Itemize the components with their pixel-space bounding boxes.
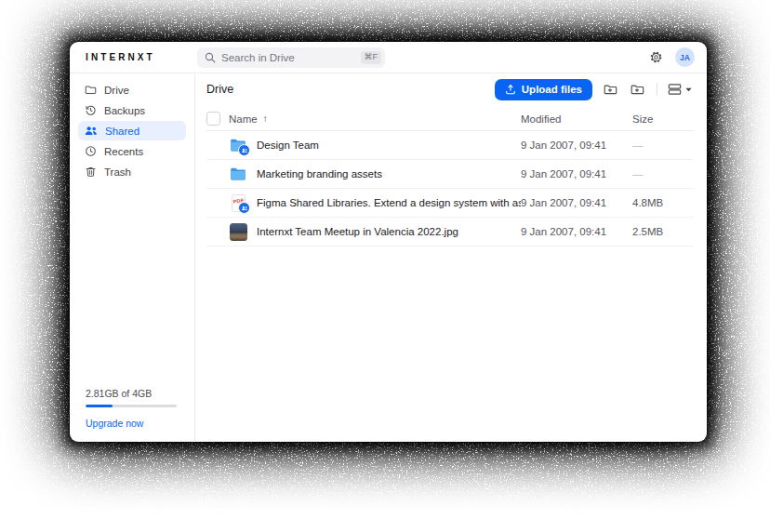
image-thumbnail bbox=[229, 222, 247, 241]
folder-plus-icon bbox=[630, 83, 644, 96]
avatar[interactable]: JA bbox=[675, 47, 695, 67]
pdf-file-icon: PDF bbox=[229, 193, 247, 212]
backup-restore-icon bbox=[85, 104, 97, 116]
search-icon bbox=[205, 52, 216, 63]
sidebar-item-recents[interactable]: Recents bbox=[78, 141, 186, 161]
sidebar-item-label: Trash bbox=[104, 166, 131, 178]
list-view-icon bbox=[668, 83, 682, 96]
sidebar-item-label: Drive bbox=[104, 85, 129, 96]
storage-section: 2.81GB of 4GB Upgrade now bbox=[86, 388, 177, 429]
topbar: INTERNXT Search in Drive ⌘F JA bbox=[70, 42, 707, 73]
file-name: Figma Shared Libraries. Extend a design … bbox=[257, 197, 521, 208]
search-shortcut-badge: ⌘F bbox=[361, 51, 382, 64]
chevron-down-icon bbox=[685, 87, 692, 92]
sidebar-item-trash[interactable]: Trash bbox=[78, 162, 186, 181]
desktop-background: INTERNXT Search in Drive ⌘F JA bbox=[0, 0, 770, 532]
main-content: Drive Upload files bbox=[195, 73, 707, 442]
sidebar-item-backups[interactable]: Backups bbox=[78, 100, 186, 120]
shared-users-icon bbox=[85, 126, 98, 136]
upload-folder-button[interactable] bbox=[628, 81, 646, 98]
file-size: 4.8MB bbox=[632, 197, 694, 208]
internxt-logo: INTERNXT bbox=[70, 52, 195, 62]
search-placeholder: Search in Drive bbox=[221, 52, 355, 63]
sidebar-item-drive[interactable]: Drive bbox=[78, 80, 186, 100]
search-input[interactable]: Search in Drive ⌘F bbox=[197, 47, 385, 68]
name-header-label: Name bbox=[229, 113, 258, 125]
table-header: Name ↑ Modified Size bbox=[206, 107, 694, 131]
page-title: Drive bbox=[206, 83, 233, 96]
file-size: — bbox=[632, 168, 694, 180]
upload-files-label: Upload files bbox=[522, 84, 582, 95]
view-mode-toggle[interactable] bbox=[666, 81, 694, 98]
file-table: Name ↑ Modified Size bbox=[206, 107, 694, 246]
column-header-name[interactable]: Name ↑ bbox=[229, 113, 521, 125]
settings-gear-icon[interactable] bbox=[649, 50, 663, 64]
file-name: Internxt Team Meetup in Valencia 2022.jp… bbox=[257, 226, 458, 237]
sort-ascending-icon: ↑ bbox=[263, 113, 268, 124]
clock-icon bbox=[85, 145, 97, 157]
file-modified: 9 Jan 2007, 09:41 bbox=[521, 140, 632, 151]
storage-progress-bar bbox=[86, 405, 177, 407]
file-modified: 9 Jan 2007, 09:41 bbox=[521, 168, 632, 180]
shared-badge-icon bbox=[238, 202, 250, 214]
column-header-size[interactable]: Size bbox=[632, 113, 694, 125]
main-header: Drive Upload files bbox=[206, 78, 694, 100]
file-size: — bbox=[632, 140, 694, 151]
app-window: INTERNXT Search in Drive ⌘F JA bbox=[70, 42, 707, 442]
file-modified: 9 Jan 2007, 09:41 bbox=[521, 226, 632, 237]
upload-files-button[interactable]: Upload files bbox=[495, 79, 592, 100]
file-row[interactable]: Internxt Team Meetup in Valencia 2022.jp… bbox=[206, 218, 694, 246]
file-name: Marketing branding assets bbox=[257, 168, 382, 180]
header-actions: Upload files bbox=[495, 79, 694, 100]
folder-icon bbox=[85, 84, 97, 96]
file-name: Design Team bbox=[257, 140, 319, 151]
folder-shared-icon bbox=[229, 136, 247, 154]
storage-progress-fill bbox=[86, 405, 113, 407]
actions-divider bbox=[657, 83, 657, 96]
column-header-modified[interactable]: Modified bbox=[521, 113, 632, 125]
folder-plus-icon bbox=[603, 83, 617, 96]
file-row[interactable]: Marketing branding assets 9 Jan 2007, 09… bbox=[206, 160, 694, 189]
sidebar-item-label: Backups bbox=[104, 105, 145, 116]
file-row[interactable]: Design Team 9 Jan 2007, 09:41 — bbox=[206, 131, 694, 160]
sidebar: Drive Backups bbox=[70, 73, 195, 442]
file-modified: 9 Jan 2007, 09:41 bbox=[521, 197, 632, 208]
file-row[interactable]: PDF bbox=[206, 189, 694, 218]
sidebar-item-label: Recents bbox=[104, 146, 143, 157]
sidebar-item-shared[interactable]: Shared bbox=[78, 121, 186, 140]
sidebar-item-label: Shared bbox=[105, 126, 139, 137]
storage-usage-label: 2.81GB of 4GB bbox=[86, 388, 177, 399]
select-all-checkbox[interactable] bbox=[206, 112, 220, 126]
folder-icon bbox=[229, 165, 247, 183]
upload-icon bbox=[505, 84, 516, 95]
trash-icon bbox=[85, 166, 97, 178]
upgrade-now-link[interactable]: Upgrade now bbox=[86, 418, 177, 429]
shared-badge-icon bbox=[238, 144, 250, 156]
file-size: 2.5MB bbox=[632, 226, 694, 237]
create-folder-button[interactable] bbox=[601, 81, 619, 98]
